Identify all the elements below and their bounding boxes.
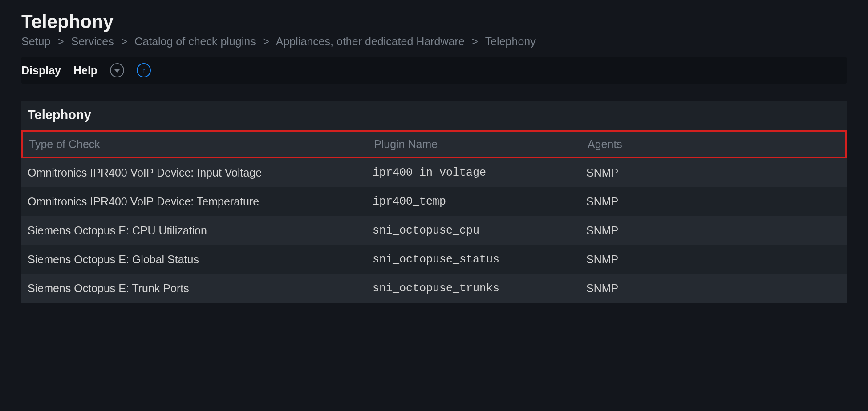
chevron-down-icon[interactable] bbox=[110, 63, 124, 77]
table-row[interactable]: Siemens Octopus E: Global Status sni_oct… bbox=[21, 245, 847, 274]
breadcrumb: Setup > Services > Catalog of check plug… bbox=[21, 35, 847, 48]
cell-agents: SNMP bbox=[586, 224, 840, 237]
toolbar: Display Help ↑ bbox=[21, 57, 847, 84]
cell-type: Omnitronics IPR400 VoIP Device: Input Vo… bbox=[28, 166, 373, 179]
cell-plugin: sni_octopuse_trunks bbox=[373, 282, 586, 295]
chevron-down-glyph bbox=[114, 69, 120, 73]
cell-plugin: ipr400_in_voltage bbox=[373, 166, 586, 179]
help-button[interactable]: Help bbox=[73, 64, 97, 77]
page-title: Telephony bbox=[21, 11, 847, 32]
panel-title: Telephony bbox=[21, 101, 847, 130]
cell-type: Siemens Octopus E: Trunk Ports bbox=[28, 282, 373, 295]
header-agents[interactable]: Agents bbox=[588, 138, 839, 151]
table-row[interactable]: Omnitronics IPR400 VoIP Device: Input Vo… bbox=[21, 158, 847, 187]
table-header-row: Type of Check Plugin Name Agents bbox=[21, 130, 847, 158]
breadcrumb-item[interactable]: Appliances, other dedicated Hardware bbox=[276, 35, 465, 48]
breadcrumb-item[interactable]: Setup bbox=[21, 35, 50, 48]
table-row[interactable]: Siemens Octopus E: Trunk Ports sni_octop… bbox=[21, 274, 847, 303]
cell-plugin: sni_octopuse_status bbox=[373, 253, 586, 266]
cell-agents: SNMP bbox=[586, 195, 840, 208]
display-button[interactable]: Display bbox=[21, 64, 61, 77]
breadcrumb-item[interactable]: Services bbox=[71, 35, 114, 48]
header-plugin[interactable]: Plugin Name bbox=[374, 138, 588, 151]
breadcrumb-sep: > bbox=[57, 35, 64, 48]
arrow-up-glyph: ↑ bbox=[142, 66, 146, 74]
breadcrumb-sep: > bbox=[472, 35, 479, 48]
table-row[interactable]: Omnitronics IPR400 VoIP Device: Temperat… bbox=[21, 187, 847, 216]
arrow-up-icon[interactable]: ↑ bbox=[137, 63, 151, 77]
cell-plugin: sni_octopuse_cpu bbox=[373, 224, 586, 237]
cell-type: Siemens Octopus E: CPU Utilization bbox=[28, 224, 373, 237]
cell-type: Siemens Octopus E: Global Status bbox=[28, 253, 373, 266]
cell-agents: SNMP bbox=[586, 166, 840, 179]
breadcrumb-item[interactable]: Catalog of check plugins bbox=[134, 35, 256, 48]
cell-type: Omnitronics IPR400 VoIP Device: Temperat… bbox=[28, 195, 373, 208]
header-type[interactable]: Type of Check bbox=[29, 138, 374, 151]
table-row[interactable]: Siemens Octopus E: CPU Utilization sni_o… bbox=[21, 216, 847, 245]
breadcrumb-sep: > bbox=[263, 35, 270, 48]
panel: Telephony Type of Check Plugin Name Agen… bbox=[21, 101, 847, 303]
cell-plugin: ipr400_temp bbox=[373, 195, 586, 208]
breadcrumb-item[interactable]: Telephony bbox=[485, 35, 536, 48]
cell-agents: SNMP bbox=[586, 282, 840, 295]
cell-agents: SNMP bbox=[586, 253, 840, 266]
table: Type of Check Plugin Name Agents Omnitro… bbox=[21, 130, 847, 303]
breadcrumb-sep: > bbox=[121, 35, 128, 48]
